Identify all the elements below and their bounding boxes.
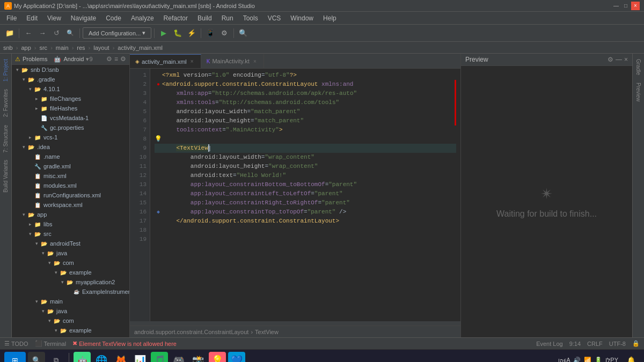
tree-item-example1[interactable]: ▾ 📂 example (12, 268, 129, 277)
tree-item-filehashes[interactable]: ▸ 📁 fileHashes (12, 104, 129, 113)
tree-item-miscxml[interactable]: 📋 misc.xml (12, 171, 129, 181)
tree-item-modulesxml[interactable]: 📋 modules.xml (12, 181, 129, 190)
preview-settings-icon[interactable]: ⚙ (608, 56, 613, 63)
menu-help[interactable]: Help (319, 13, 341, 24)
code-line-9[interactable]: <TextView| (155, 144, 456, 153)
chrome-taskbar[interactable]: 🌐 (93, 352, 110, 363)
tree-item-filechanges[interactable]: ▸ 📁 fileChanges (12, 94, 129, 104)
encoding[interactable]: UTF-8 (609, 341, 626, 347)
breadcrumb-snb[interactable]: snb (3, 45, 13, 51)
tree-item-name[interactable]: 📋 .name (12, 152, 129, 161)
tree-item-src[interactable]: ▾ 📂 src (12, 229, 129, 239)
game-taskbar[interactable]: 🎮 (170, 352, 187, 363)
tree-item-com1[interactable]: ▾ 📂 com (12, 258, 129, 268)
tree-item-androidtest[interactable]: ▾ 📂 androidTest (12, 239, 129, 248)
menu-analyze[interactable]: Analyze (127, 13, 158, 24)
menu-refactor[interactable]: Refactor (159, 13, 192, 24)
menu-tools[interactable]: Tools (239, 13, 262, 24)
tree-item-main[interactable]: ▾ 📂 main (12, 297, 129, 306)
search-taskbar-button[interactable]: 🔍 (28, 352, 45, 363)
menu-code[interactable]: Code (101, 13, 126, 24)
tree-item-example2[interactable]: ▾ 📂 example (12, 326, 129, 335)
menu-build[interactable]: Build (193, 13, 216, 24)
forward-button[interactable]: → (36, 27, 49, 40)
tree-item-app[interactable]: ▾ 📂 app (12, 210, 129, 219)
tab-activity-main[interactable]: ◈ activity_main.xml × (130, 54, 201, 68)
windows-start-button[interactable]: ⊞ (4, 352, 26, 363)
menu-edit[interactable]: Edit (22, 13, 42, 24)
menu-vcs[interactable]: VCS (264, 13, 286, 24)
tree-item-com2[interactable]: ▾ 📂 com (12, 316, 129, 326)
line-ending[interactable]: CRLF (587, 341, 603, 347)
sdk-button[interactable]: ⚙ (218, 27, 231, 40)
tab-mainactivity[interactable]: K MainActivity.kt × (201, 54, 264, 68)
sync-button[interactable]: ↺ (50, 27, 63, 40)
open-folder-button[interactable]: 📁 (3, 27, 16, 40)
music-taskbar[interactable]: 🎵 (151, 352, 168, 363)
profile-button[interactable]: ⚡ (185, 27, 198, 40)
terminal-button[interactable]: ⬛ Terminal (35, 340, 67, 347)
tab-preview[interactable]: Preview (634, 79, 643, 105)
menu-window[interactable]: Window (286, 13, 318, 24)
settings-icon[interactable]: ⚙ (120, 55, 126, 63)
breadcrumb-main[interactable]: main (56, 45, 69, 51)
code-content[interactable]: <?xml version="1.0" encoding="utf-8"?> ●… (150, 69, 460, 321)
speaker-icon[interactable]: 🔊 (573, 357, 581, 362)
tab-activity-main-close[interactable]: × (189, 58, 195, 65)
tab-mainactivity-close[interactable]: × (252, 58, 258, 64)
tab-gradle[interactable]: Gradle (634, 56, 643, 78)
menu-run[interactable]: Run (217, 13, 238, 24)
tab-structure[interactable]: 7: Structure (1, 122, 10, 156)
firefox-taskbar[interactable]: 🦊 (112, 352, 129, 363)
hp-taskbar[interactable]: 💙 (228, 352, 245, 363)
maximize-button[interactable]: □ (621, 2, 630, 10)
notification-button[interactable]: 🔔 (623, 352, 640, 363)
collapse-icon[interactable]: ≡ (114, 55, 118, 63)
idea-taskbar[interactable]: 💡 (209, 352, 226, 363)
tree-item-runconfigs[interactable]: 📋 runConfigurations.xml (12, 190, 129, 200)
tree-item-java2[interactable]: ▾ 📂 java (12, 306, 129, 316)
preview-close-icon[interactable]: × (624, 56, 628, 63)
search-everywhere-button[interactable]: 🔍 (64, 27, 77, 40)
tab-build-variants[interactable]: Build Variants (1, 157, 10, 196)
event-log-button[interactable]: Event Log (536, 341, 563, 347)
add-configuration-button[interactable]: Add Configuration... ▾ (83, 27, 151, 39)
taskview-button[interactable]: ⧉ (47, 352, 64, 363)
tree-item-snb[interactable]: ▾ 📂 snb D:\snb (12, 65, 129, 75)
todo-button[interactable]: ☰ TODO (4, 340, 28, 347)
close-button[interactable]: × (631, 2, 640, 10)
menu-view[interactable]: View (43, 13, 65, 24)
photo-taskbar[interactable]: 📸 (189, 352, 207, 363)
spreadsheet-taskbar[interactable]: 📊 (131, 352, 149, 363)
menu-navigate[interactable]: Navigate (67, 13, 100, 24)
tree-item-4101[interactable]: ▾ 📂 4.10.1 (12, 84, 129, 94)
run-button[interactable]: ▶ (157, 27, 170, 40)
tree-item-gradlexml[interactable]: 🔧 gradle.xml (12, 161, 129, 171)
tree-item-vcsmetadata[interactable]: 📄 vcsMetadata-1 (12, 113, 129, 123)
breadcrumb-res[interactable]: res (77, 45, 85, 51)
android-label[interactable]: Android (63, 56, 84, 62)
title-bar-controls[interactable]: — □ × (612, 2, 640, 10)
android-studio-taskbar[interactable]: 🤖 (74, 352, 91, 363)
menu-file[interactable]: File (2, 13, 21, 24)
tree-item-libs[interactable]: ▸ 📁 libs (12, 219, 129, 229)
breadcrumb-layout[interactable]: layout (93, 45, 109, 51)
tree-problems-label[interactable]: Problems (23, 56, 47, 62)
tab-project[interactable]: 1: Project (1, 56, 10, 85)
minimize-button[interactable]: — (612, 2, 620, 10)
preview-minimize-icon[interactable]: — (616, 56, 622, 63)
scrollbar-x[interactable] (130, 321, 460, 326)
tree-item-java1[interactable]: ▾ 📂 java (12, 248, 129, 258)
search-button[interactable]: 🔍 (237, 27, 250, 40)
tree-item-exampletest[interactable]: ☕ ExampleInstrumentedTest (12, 287, 129, 297)
avd-button[interactable]: 📱 (204, 27, 217, 40)
gear-icon[interactable]: ⚙ (106, 55, 112, 63)
tree-item-idea[interactable]: ▾ 📂 .idea (12, 142, 129, 152)
tree-item-myapp2[interactable]: ▾ 📂 myapplication2 (12, 277, 129, 287)
tree-item-gcprops[interactable]: 🔧 gc.properties (12, 123, 129, 132)
tree-item-gradle[interactable]: ▾ 📂 .gradle (12, 75, 129, 84)
tab-favorites[interactable]: 2: Favorites (1, 86, 10, 120)
tree-item-workspace[interactable]: 📋 workspace.xml (12, 200, 129, 210)
breadcrumb-file[interactable]: activity_main.xml (118, 45, 163, 51)
breadcrumb-src[interactable]: src (39, 45, 47, 51)
